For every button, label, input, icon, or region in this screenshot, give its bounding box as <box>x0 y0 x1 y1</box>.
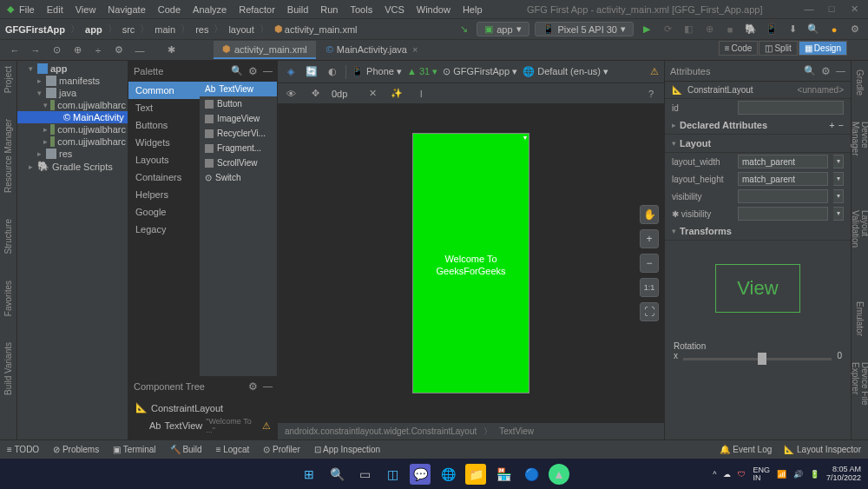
mode-design[interactable]: ▦ Design <box>799 41 847 56</box>
tree-pkg-3[interactable]: ▸com.ujjwalbharc <box>17 135 128 148</box>
rail-device-manager[interactable]: Device Manager <box>851 122 869 184</box>
tb-search[interactable]: 🔍 <box>326 464 347 485</box>
rotation-slider[interactable] <box>683 358 832 360</box>
design-preview[interactable]: ▾ Welcome To GeeksForGeeks <box>412 133 529 393</box>
comptree-constraintlayout[interactable]: 📐ConstraintLayout <box>135 400 271 415</box>
menu-view[interactable]: View <box>70 3 102 17</box>
settings-gear-icon[interactable]: ⚙ <box>847 22 863 37</box>
sync-gradle-icon[interactable]: 🐘 <box>743 22 759 37</box>
rail-project[interactable]: Project <box>3 66 13 93</box>
palette-search-icon[interactable]: 🔍 <box>231 65 243 77</box>
bottab-terminal[interactable]: ▣ Terminal <box>113 445 155 454</box>
close-button[interactable]: ✕ <box>847 3 861 15</box>
attr-remove-icon[interactable]: − <box>838 120 844 130</box>
zoom-fit-button[interactable]: 1:1 <box>640 278 659 297</box>
attr-visibility-field[interactable] <box>738 189 828 203</box>
night-mode-icon[interactable]: ◐ <box>325 64 340 80</box>
attr-search-icon[interactable]: 🔍 <box>804 65 816 77</box>
configure-icon[interactable]: ✱ <box>163 43 179 58</box>
comptree-gear-icon[interactable]: ⚙ <box>248 380 258 393</box>
guidelines-icon[interactable]: I <box>413 86 429 102</box>
menu-tools[interactable]: Tools <box>345 3 378 17</box>
palette-cat-layouts[interactable]: Layouts <box>128 151 200 169</box>
mode-code[interactable]: ≡ Code <box>719 41 759 56</box>
tree-res[interactable]: ▸res <box>17 148 128 160</box>
attr-height-dropdown[interactable]: ▾ <box>833 172 844 186</box>
tray-security-icon[interactable]: 🛡 <box>738 470 746 479</box>
footer-crumb-leaf[interactable]: TextView <box>499 426 534 436</box>
debug-button[interactable]: ⟳ <box>660 22 675 37</box>
bottab-problems[interactable]: ⊘ Problems <box>53 445 99 454</box>
menu-analyze[interactable]: Analyze <box>187 3 232 17</box>
palette-cat-google[interactable]: Google <box>128 203 200 221</box>
menu-window[interactable]: Window <box>411 3 456 17</box>
tree-java[interactable]: ▾java <box>17 87 128 99</box>
tree-pkg-1[interactable]: ▾com.ujjwalbharc <box>17 99 128 111</box>
menu-help[interactable]: Help <box>457 3 488 17</box>
palette-cat-text[interactable]: Text <box>128 99 200 116</box>
menu-run[interactable]: Run <box>315 3 343 17</box>
tree-mainactivity[interactable]: ©MainActivity <box>17 111 128 123</box>
close-tab-icon[interactable]: × <box>412 44 418 55</box>
widget-recyclerview[interactable]: RecyclerVi... <box>200 126 277 141</box>
crumb-app[interactable]: app <box>85 24 102 35</box>
tray-chevron-icon[interactable]: ^ <box>713 470 716 479</box>
palette-hide-icon[interactable]: — <box>263 65 273 77</box>
bottab-eventlog[interactable]: 🔔 Event Log <box>720 445 772 454</box>
select-opened-icon[interactable]: ⊙ <box>49 43 64 58</box>
tray-volume-icon[interactable]: 🔊 <box>793 470 803 479</box>
rail-resource-manager[interactable]: Resource Manager <box>3 119 13 193</box>
tray-lang[interactable]: ENG IN <box>753 466 770 482</box>
tb-androidstudio[interactable]: ▲ <box>549 464 569 485</box>
sync-icon[interactable]: ↘ <box>456 22 471 37</box>
tb-widgets[interactable]: ◫ <box>382 464 403 485</box>
forward-icon[interactable]: → <box>28 43 43 58</box>
bottab-build[interactable]: 🔨 Build <box>170 445 202 454</box>
palette-cat-legacy[interactable]: Legacy <box>128 221 200 238</box>
tray-wifi-icon[interactable]: 📶 <box>777 470 786 479</box>
mode-split[interactable]: ◫ Split <box>759 41 797 56</box>
crumb-main[interactable]: main <box>155 24 175 35</box>
stop-button[interactable]: ■ <box>722 22 738 37</box>
crumb-layout[interactable]: layout <box>228 24 253 35</box>
tb-explorer[interactable]: 📁 <box>465 464 486 485</box>
widget-fragment[interactable]: Fragment... <box>200 141 277 155</box>
rail-device-file-explorer[interactable]: Device File Explorer <box>851 362 869 439</box>
expand-icon[interactable]: ⊕ <box>69 43 85 58</box>
margin-selector[interactable]: 0dp <box>332 89 347 99</box>
attr-width-dropdown[interactable]: ▾ <box>833 155 844 169</box>
menu-refactor[interactable]: Refactor <box>233 3 280 17</box>
run-button[interactable]: ▶ <box>639 22 654 37</box>
tb-edge[interactable]: 🌐 <box>437 464 458 485</box>
tree-manifests[interactable]: ▸manifests <box>17 75 128 87</box>
menu-build[interactable]: Build <box>282 3 313 17</box>
tree-app[interactable]: ▾app <box>17 63 128 75</box>
bottab-profiler[interactable]: ⊙ Profiler <box>263 445 299 454</box>
minimize-button[interactable]: — <box>802 3 816 15</box>
widget-textview[interactable]: AbTextView <box>200 82 277 96</box>
menu-code[interactable]: Code <box>153 3 186 17</box>
design-surface-icon[interactable]: ◈ <box>283 64 299 80</box>
tb-taskview[interactable]: ▭ <box>354 464 375 485</box>
menu-navigate[interactable]: Navigate <box>102 3 150 17</box>
comptree-hide-icon[interactable]: — <box>263 380 273 393</box>
menu-edit[interactable]: Edit <box>42 3 69 17</box>
crumb-project[interactable]: GFGFirstApp <box>5 24 65 35</box>
tb-start[interactable]: ⊞ <box>299 464 319 485</box>
rail-gradle[interactable]: Gradle <box>855 69 865 96</box>
tb-store[interactable]: 🏪 <box>493 464 514 485</box>
tree-pkg-2[interactable]: ▸com.ujjwalbharc <box>17 123 128 135</box>
bottab-layoutinspector[interactable]: 📐 Layout Inspector <box>784 445 861 454</box>
tb-chat[interactable]: 💬 <box>410 464 431 485</box>
tab-activity-main[interactable]: ⬢activity_main.xml <box>214 41 316 59</box>
infer-constraints-icon[interactable]: ✨ <box>389 86 404 102</box>
avd-icon[interactable]: 📱 <box>764 22 779 37</box>
rail-favorites[interactable]: Favorites <box>3 281 13 316</box>
rail-build-variants[interactable]: Build Variants <box>3 342 13 395</box>
crumb-src[interactable]: src <box>122 24 135 35</box>
warnings-icon[interactable]: ⚠ <box>650 66 659 77</box>
sdk-icon[interactable]: ⬇ <box>785 22 800 37</box>
run-config-selector[interactable]: ▣ app ▾ <box>477 22 529 36</box>
profile-button[interactable]: ◧ <box>681 22 696 37</box>
rail-structure[interactable]: Structure <box>3 219 13 254</box>
